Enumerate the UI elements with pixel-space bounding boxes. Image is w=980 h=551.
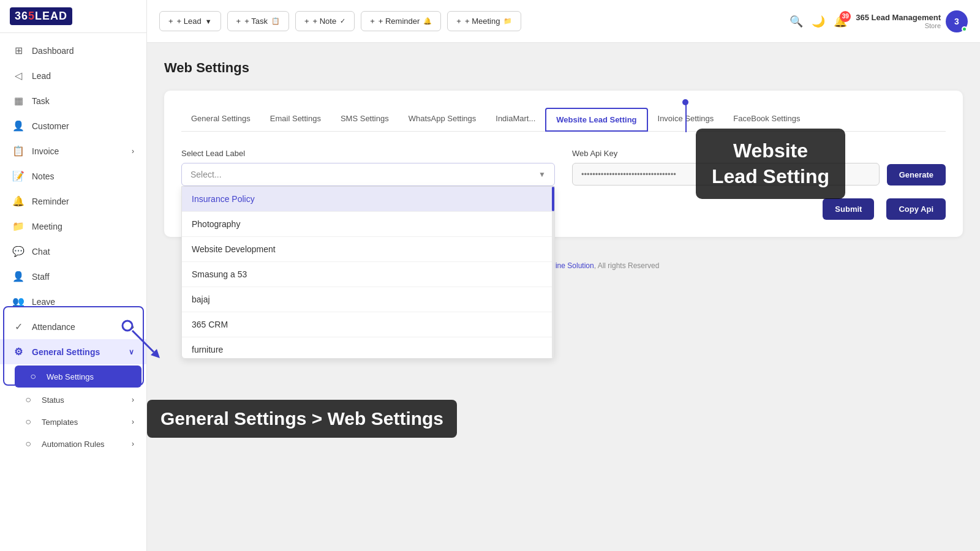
tab-general-settings[interactable]: General Settings [181, 108, 260, 131]
notes-icon: 📝 [12, 170, 24, 182]
tab-email-settings[interactable]: Email Settings [260, 108, 331, 131]
dropdown-item-photography[interactable]: Photography [182, 212, 554, 237]
api-key-row: Generate [572, 163, 946, 186]
invoice-chevron-icon: › [132, 147, 134, 156]
submit-button[interactable]: Submit [823, 198, 874, 220]
copy-api-button[interactable]: Copy Api [886, 198, 946, 220]
meeting-plus-icon: + [456, 17, 461, 26]
reminder-plus-icon: + [370, 17, 375, 26]
staff-icon: 👤 [12, 271, 24, 282]
dropdown-item-bajaj[interactable]: bajaj [182, 287, 554, 312]
plus-icon: + [236, 17, 241, 26]
lead-label-select-wrapper: Select... ▼ Insurance Policy Photography… [181, 163, 555, 186]
add-meeting-button[interactable]: + + Meeting 📁 [447, 11, 521, 31]
main-content: Web Settings General Settings Email Sett… [147, 43, 980, 551]
sidebar-item-status[interactable]: ○ Status › [10, 389, 146, 411]
status-icon: ○ [22, 394, 34, 405]
plus-lead-icon: + [168, 17, 173, 26]
lead-icon: ◁ [12, 70, 24, 81]
tab-facebook-settings[interactable]: FaceBook Settings [723, 108, 810, 131]
sidebar-item-notes[interactable]: 📝 Notes [0, 163, 146, 189]
dropdown-scroll: Insurance Policy Photography Website Dev… [182, 187, 554, 358]
api-key-input[interactable] [572, 163, 880, 186]
filter-icon: ▼ [205, 18, 212, 25]
templates-icon: ○ [22, 416, 34, 427]
sidebar-item-leave[interactable]: 👥 Leave [0, 289, 146, 314]
sidebar-item-templates[interactable]: ○ Templates › [10, 411, 146, 433]
templates-chevron-icon: › [132, 418, 134, 426]
tab-indiamart-settings[interactable]: IndiaMart... [486, 108, 545, 131]
api-col [572, 163, 880, 186]
sidebar-item-task[interactable]: ▦ Task [0, 88, 146, 113]
user-name: 365 Lead Management [856, 13, 941, 22]
bell-icon: 🔔 [423, 17, 432, 25]
reminder-icon: 🔔 [12, 195, 24, 207]
form-row: Select Lead Label Select... ▼ Insurance … [181, 149, 946, 186]
dropdown-item-furniture[interactable]: furniture [182, 337, 554, 358]
notification-bell[interactable]: 🔔 39 [834, 15, 847, 28]
dropdown-item-crm365[interactable]: 365 CRM [182, 312, 554, 337]
sidebar: 365LEAD ⊞ Dashboard ◁ Lead ▦ Task 👤 Cust… [0, 0, 147, 551]
sidebar-logo: 365LEAD [0, 0, 146, 33]
sidebar-item-customer[interactable]: 👤 Customer [0, 113, 146, 138]
sidebar-item-attendance[interactable]: ✓ Attendance › [0, 314, 146, 339]
theme-toggle-icon[interactable]: 🌙 [812, 15, 825, 28]
leave-icon: 👥 [12, 296, 24, 307]
dropdown-menu: Insurance Policy Photography Website Dev… [181, 186, 555, 359]
generate-button[interactable]: Generate [887, 164, 946, 186]
attendance-icon: ✓ [12, 321, 24, 332]
sidebar-item-invoice[interactable]: 📋 Invoice › [0, 138, 146, 163]
select-lead-label-col: Select Lead Label Select... ▼ Insurance … [181, 149, 555, 186]
select-value: Select... [190, 170, 222, 179]
sidebar-item-dashboard[interactable]: ⊞ Dashboard [0, 38, 146, 63]
general-settings-icon: ⚙ [12, 346, 24, 358]
automation-rules-chevron-icon: › [132, 440, 134, 448]
api-key-col: Web Api Key Generate [572, 149, 946, 186]
user-store: Store [856, 22, 941, 29]
lead-label-select[interactable]: Select... ▼ [181, 163, 555, 186]
briefcase-icon: 📁 [503, 17, 512, 25]
sidebar-item-web-settings[interactable]: ○ Web Settings [15, 365, 141, 388]
add-note-button[interactable]: + + Note ✓ [295, 11, 355, 31]
tab-invoice-settings[interactable]: Invoice Settings [648, 108, 724, 131]
tab-website-lead-setting[interactable]: Website Lead Setting [545, 108, 647, 132]
meeting-icon: 📁 [12, 220, 24, 232]
note-plus-icon: + [304, 17, 309, 26]
attendance-chevron-icon: › [132, 323, 134, 331]
topbar-right: 🔍 🌙 🔔 39 365 Lead Management Store 3 [790, 10, 968, 32]
sidebar-item-reminder[interactable]: 🔔 Reminder [0, 189, 146, 214]
dropdown-item-samsung[interactable]: Smasung a 53 [182, 262, 554, 287]
sidebar-item-meeting[interactable]: 📁 Meeting [0, 214, 146, 239]
sidebar-item-general-settings[interactable]: ⚙ General Settings ∨ [0, 339, 146, 364]
topbar: + + Lead ▼ + + Task 📋 + + Note ✓ + + Rem… [147, 0, 980, 43]
invoice-icon: 📋 [12, 145, 24, 157]
dropdown-item-insurance[interactable]: Insurance Policy [182, 187, 554, 212]
settings-card: General Settings Email Settings SMS Sett… [164, 91, 963, 237]
scroll-thumb [552, 187, 554, 211]
add-task-button[interactable]: + + Task 📋 [227, 11, 289, 31]
automation-rules-icon: ○ [22, 438, 34, 449]
chevron-down-icon: ▼ [538, 170, 546, 179]
avatar: 3 [946, 10, 968, 32]
tab-whatsapp-settings[interactable]: WhatsApp Settings [399, 108, 486, 131]
sidebar-item-automation-rules[interactable]: ○ Automation Rules › [10, 433, 146, 455]
general-settings-submenu: ○ Web Settings ○ Status › ○ Templates › … [0, 365, 146, 455]
sidebar-item-chat[interactable]: 💬 Chat [0, 239, 146, 264]
sidebar-item-lead[interactable]: ◁ Lead [0, 63, 146, 88]
dropdown-item-website-dev[interactable]: Website Development [182, 237, 554, 262]
user-info: 365 Lead Management Store 3 [856, 10, 968, 32]
add-reminder-button[interactable]: + + Reminder 🔔 [361, 11, 441, 31]
dashboard-icon: ⊞ [12, 45, 24, 56]
status-chevron-icon: › [132, 395, 134, 404]
notification-count: 39 [840, 11, 851, 22]
settings-tabs: General Settings Email Settings SMS Sett… [181, 108, 946, 132]
add-lead-button[interactable]: + + Lead ▼ [159, 11, 221, 31]
logo: 365LEAD [10, 7, 72, 25]
customer-icon: 👤 [12, 120, 24, 132]
search-icon[interactable]: 🔍 [790, 15, 803, 28]
tab-sms-settings[interactable]: SMS Settings [331, 108, 399, 131]
sidebar-navigation: ⊞ Dashboard ◁ Lead ▦ Task 👤 Customer 📋 I… [0, 33, 146, 551]
api-key-label: Web Api Key [572, 149, 946, 158]
online-status-dot [962, 26, 967, 32]
sidebar-item-staff[interactable]: 👤 Staff [0, 264, 146, 289]
